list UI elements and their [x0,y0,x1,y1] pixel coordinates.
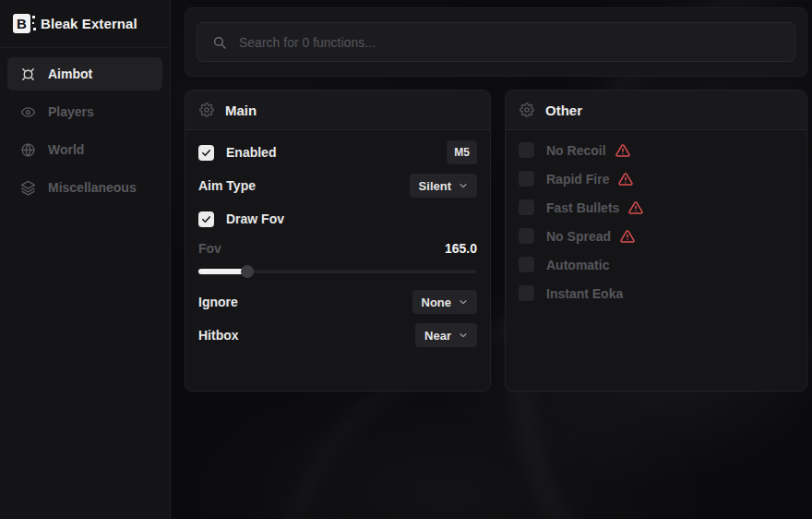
no-spread-row: No Spread [519,226,794,246]
fast-bullets-row: Fast Bullets [519,198,794,217]
main-panel-title: Main [225,103,257,118]
sidebar-item-miscellaneous[interactable]: Miscellaneous [7,171,162,204]
search-icon [212,35,227,50]
ignore-dropdown[interactable]: None [412,290,478,314]
chevron-down-icon [459,331,468,340]
chevron-down-icon [459,297,468,307]
hitbox-dropdown[interactable]: Near [415,323,477,347]
enabled-label: Enabled [226,145,276,160]
fov-label: Fov [198,241,221,256]
no-spread-label: No Spread [546,229,611,244]
logo-pixel [33,28,36,30]
sidebar-item-label: Aimbot [48,66,92,81]
main-panel-body: Enabled M5 Aim Type Silent D [185,130,490,367]
app-title: Bleak External [41,16,137,31]
ignore-label: Ignore [198,295,238,309]
main-panel-header: Main [185,91,490,130]
check-icon [201,214,211,224]
gear-icon [519,103,534,117]
aim-type-dropdown[interactable]: Silent [410,174,477,198]
other-panel-body: No Recoil Rapid Fire Fast Bullets [506,130,806,322]
main-content: Search for 0 functions... Main [172,0,812,519]
automatic-checkbox[interactable] [519,257,534,272]
aim-type-row: Aim Type Silent [198,174,477,198]
rapid-fire-checkbox[interactable] [519,171,534,187]
search-input[interactable]: Search for 0 functions... [197,22,795,62]
crosshair-icon [20,66,36,82]
panels-row: Main Enabled M5 Aim Type Silent [185,90,807,392]
hitbox-value: Near [424,329,451,343]
logo-letter: B [17,16,27,31]
warning-icon [615,143,630,158]
logo-pixel [32,22,34,24]
no-recoil-checkbox[interactable] [519,142,534,158]
no-spread-checkbox[interactable] [519,228,534,244]
logo-pixel [32,16,35,18]
check-icon [201,148,211,158]
sidebar: B Bleak External Aimbot Playe [0,0,171,519]
other-panel-title: Other [545,103,582,118]
fast-bullets-label: Fast Bullets [546,200,619,215]
gear-icon [199,103,214,117]
no-recoil-label: No Recoil [546,143,606,158]
automatic-row: Automatic [519,255,794,274]
no-recoil-row: No Recoil [519,140,794,160]
sidebar-item-players[interactable]: Players [7,95,162,128]
rapid-fire-label: Rapid Fire [546,172,609,187]
globe-icon [20,142,36,158]
automatic-label: Automatic [546,258,609,272]
search-panel: Search for 0 functions... [185,7,807,77]
layers-icon [20,180,36,196]
instant-eoka-row: Instant Eoka [519,284,794,303]
ignore-row: Ignore None [198,290,477,314]
other-panel-header: Other [506,91,806,130]
fov-slider-thumb[interactable] [241,265,254,278]
draw-fov-row: Draw Fov [198,207,477,231]
warning-icon [618,172,633,187]
sidebar-item-world[interactable]: World [7,133,162,166]
sidebar-item-label: World [48,142,84,157]
fov-row: Fov 165.0 [198,240,477,257]
aim-type-label: Aim Type [198,178,256,193]
fov-slider[interactable] [198,265,477,278]
draw-fov-label: Draw Fov [226,211,284,226]
sidebar-item-label: Players [48,104,94,119]
instant-eoka-checkbox[interactable] [519,285,534,301]
sidebar-item-aimbot[interactable]: Aimbot [7,57,162,91]
enabled-checkbox[interactable] [198,145,214,161]
rapid-fire-row: Rapid Fire [519,169,794,188]
hitbox-row: Hitbox Near [198,323,477,347]
draw-fov-checkbox[interactable] [198,211,214,227]
keybind-button[interactable]: M5 [447,140,477,164]
sidebar-header: B Bleak External [0,0,170,48]
search-placeholder: Search for 0 functions... [239,35,376,50]
warning-icon [628,200,643,215]
chevron-down-icon [459,181,468,190]
main-panel: Main Enabled M5 Aim Type Silent [185,90,491,392]
other-panel: Other No Recoil Rapid Fire [505,90,807,392]
enabled-row: Enabled M5 [198,140,477,164]
sidebar-item-label: Miscellaneous [48,180,137,195]
fast-bullets-checkbox[interactable] [519,199,534,215]
aim-type-value: Silent [419,179,451,193]
ignore-value: None [422,296,452,309]
hitbox-label: Hitbox [198,328,239,343]
app-logo: B [13,14,30,33]
sidebar-nav: Aimbot Players World [0,48,170,218]
instant-eoka-label: Instant Eoka [546,286,623,301]
eye-icon [20,104,36,120]
fov-value: 165.0 [445,241,477,256]
warning-icon [620,229,635,244]
